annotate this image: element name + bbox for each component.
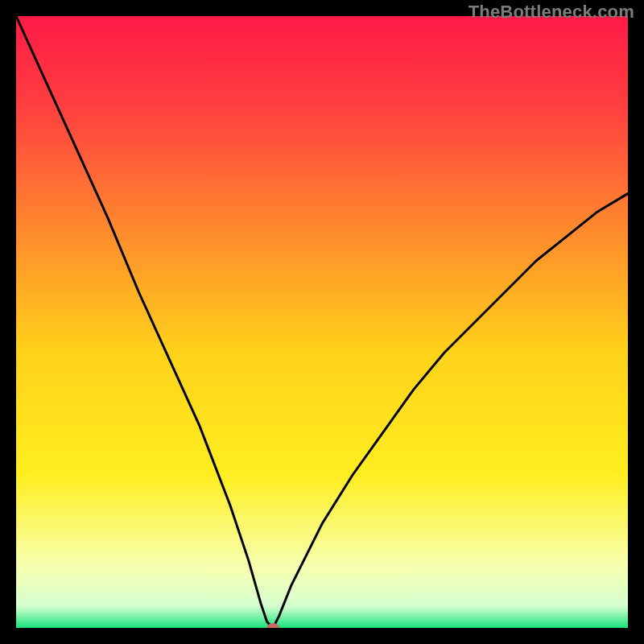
watermark-label: TheBottleneck.com	[469, 2, 634, 23]
chart-svg	[16, 16, 628, 628]
chart-frame: TheBottleneck.com	[0, 0, 644, 644]
gradient-background	[16, 16, 628, 628]
plot-area	[16, 16, 628, 628]
